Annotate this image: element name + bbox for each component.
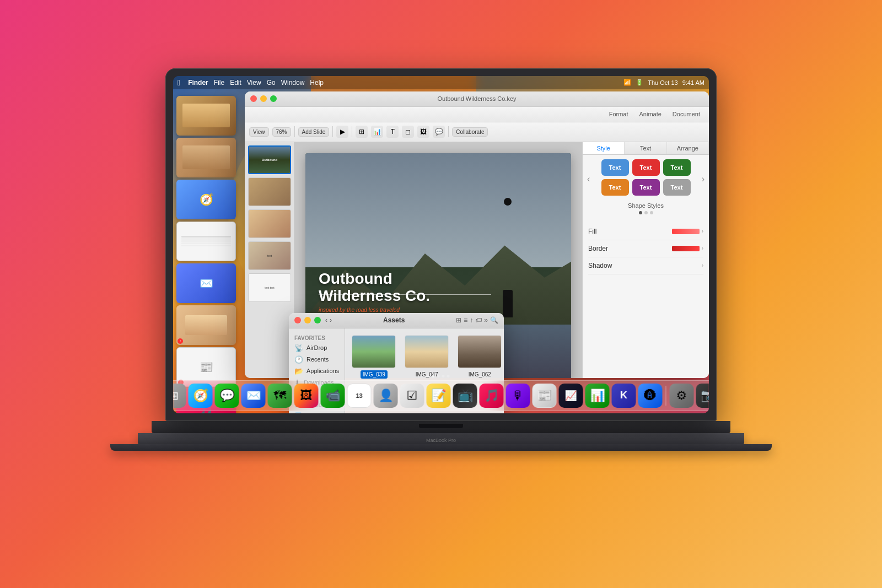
toolbar-collaborate-btn[interactable]: Collaborate — [452, 127, 488, 137]
side-thumb-4[interactable] — [176, 222, 236, 261]
slide-thumb-1[interactable]: Outbound — [248, 145, 291, 174]
go-menu[interactable]: Go — [267, 79, 276, 87]
dock-icon-facetime[interactable]: 📹 — [321, 384, 345, 408]
dock-icon-maps[interactable]: 🗺 — [268, 384, 292, 408]
dock-icon-calendar[interactable]: 13 — [347, 384, 372, 408]
dock-icon-tv[interactable]: 📺 — [453, 384, 477, 408]
help-menu[interactable]: Help — [310, 79, 324, 87]
side-thumb-2[interactable] — [176, 138, 236, 177]
dock-icon-news[interactable]: 📰 — [533, 384, 557, 408]
dock-icon-mail[interactable]: ✉️ — [241, 384, 266, 408]
toolbar-addslide-btn[interactable]: Add Slide — [298, 127, 330, 137]
slide-thumb-5[interactable]: text text — [248, 273, 291, 302]
dock-icon-appstore[interactable]: 🅐 — [638, 384, 663, 408]
dock-icon-notes[interactable]: 📝 — [427, 384, 451, 408]
dock-icon-music[interactable]: 🎵 — [480, 384, 504, 408]
toolbar-separator-4 — [448, 126, 449, 137]
finder-search-icon[interactable]: 🔍 — [490, 316, 498, 324]
minimize-button[interactable] — [260, 95, 267, 102]
style-btn-orange-text[interactable]: Text — [601, 179, 629, 196]
text-tab[interactable]: Text — [625, 142, 666, 154]
sidebar-recents[interactable]: 🕐 Recents — [289, 354, 345, 365]
dock-icon-keynote[interactable]: K — [612, 384, 636, 408]
finder-sort-icon[interactable]: ≡ — [464, 316, 467, 324]
toolbar-view-btn[interactable]: View — [249, 127, 269, 137]
maximize-button[interactable] — [270, 95, 277, 102]
finder-minimize-button[interactable] — [304, 317, 311, 323]
toolbar-text-btn[interactable]: T — [386, 126, 399, 138]
toolbar-comment-btn[interactable]: 💬 — [433, 126, 445, 138]
finder-share-icon[interactable]: ↑ — [470, 316, 473, 324]
animate-tab[interactable]: Animate — [635, 110, 666, 118]
style-btn-blue-text[interactable]: Text — [601, 159, 629, 176]
toolbar-chart-btn[interactable]: 📊 — [371, 126, 383, 138]
dock-icon-contacts[interactable]: 👤 — [374, 384, 398, 408]
finder-maximize-button[interactable] — [314, 317, 321, 323]
toolbar-media-btn[interactable]: 🖼 — [417, 126, 429, 138]
slide-thumb-4[interactable]: text — [248, 241, 291, 270]
window-menu[interactable]: Window — [281, 79, 305, 87]
recents-icon: 🕐 — [294, 355, 303, 364]
format-tab[interactable]: Format — [605, 110, 633, 118]
dock-icon-numbers[interactable]: 📊 — [585, 384, 610, 408]
style-btn-gray-text[interactable]: Text — [663, 179, 691, 196]
finder-view-icon[interactable]: ⊞ — [456, 316, 461, 324]
dock-icon-camera[interactable]: 📷 — [696, 384, 709, 408]
finder-menu-label[interactable]: Finder — [188, 79, 208, 87]
style-buttons-container: Text Text Text Text Text Text — [590, 159, 701, 199]
slide-text-overlay[interactable]: Outbound Wilderness Co. inspired by the … — [319, 271, 430, 313]
arrange-tab[interactable]: Arrange — [667, 142, 709, 154]
slide-thumb-3[interactable] — [248, 209, 291, 238]
toolbar-play-btn[interactable]: ▶ — [336, 126, 348, 138]
side-thumb-6[interactable]: ! — [176, 305, 236, 345]
style-btn-red-text[interactable]: Text — [632, 159, 660, 176]
finder-back-icon[interactable]: ‹ — [325, 316, 327, 324]
sidebar-applications[interactable]: 📂 Applications — [289, 365, 345, 377]
dock-icon-messages[interactable]: 💬 — [215, 384, 239, 408]
dock-icon-stocks[interactable]: 📈 — [559, 384, 583, 408]
shadow-chevron-icon: › — [702, 262, 703, 268]
close-button[interactable] — [250, 95, 257, 102]
side-thumb-6-content — [176, 305, 236, 345]
menu-battery-icon: 🔋 — [636, 79, 643, 86]
maps-dock-icon: 🗺 — [274, 389, 286, 403]
toolbar-shape-btn[interactable]: ◻ — [402, 126, 414, 138]
side-thumb-2-content — [176, 138, 236, 177]
dock-icon-safari[interactable]: 🧭 — [189, 384, 213, 408]
dock-icon-photos[interactable]: 🖼 — [294, 384, 319, 408]
file-menu[interactable]: File — [214, 79, 224, 87]
sidebar-airdrop[interactable]: 📡 AirDrop — [289, 342, 345, 354]
toolbar-table-btn[interactable]: ⊞ — [356, 126, 368, 138]
side-thumb-mail-content: ✉️ — [176, 263, 236, 303]
slide-thumb-2[interactable] — [248, 177, 291, 206]
finder-close-button[interactable] — [294, 317, 301, 323]
finder-traffic-lights — [294, 317, 321, 323]
style-btn-purple-text[interactable]: Text — [632, 179, 660, 196]
shadow-row[interactable]: Shadow › — [588, 257, 703, 274]
style-tab[interactable]: Style — [583, 142, 625, 154]
fill-row[interactable]: Fill › — [588, 223, 703, 240]
finder-more-icon[interactable]: » — [484, 316, 488, 324]
side-thumb-mail[interactable]: ✉️ — [176, 263, 236, 303]
dock-icon-launchpad[interactable]: ⊞ — [173, 384, 186, 408]
style-btn-green-text[interactable]: Text — [663, 159, 691, 176]
dock-icon-settings[interactable]: ⚙ — [670, 384, 694, 408]
slide-thumb-5-preview: text text — [249, 274, 291, 301]
side-thumb-1-content — [176, 96, 236, 136]
side-thumb-safari[interactable]: 🧭 — [176, 180, 236, 219]
style-next-arrow[interactable]: › — [702, 174, 704, 184]
border-row[interactable]: Border › — [588, 240, 703, 257]
toolbar-zoom-btn[interactable]: 76% — [272, 127, 291, 137]
dock-icon-podcasts[interactable]: 🎙 — [506, 384, 530, 408]
edit-menu[interactable]: Edit — [230, 79, 241, 87]
side-thumb-1[interactable] — [176, 96, 236, 136]
dock-icon-reminders[interactable]: ☑ — [400, 384, 424, 408]
document-tab[interactable]: Document — [668, 110, 704, 118]
shape-styles-label: Shape Styles — [587, 202, 704, 209]
finder-tag-icon[interactable]: 🏷 — [475, 316, 482, 324]
finder-forward-icon[interactable]: › — [330, 316, 332, 324]
view-menu[interactable]: View — [247, 79, 261, 87]
menubar:  Finder File Edit View Go Window Help 📶… — [173, 76, 709, 89]
news-dock-icon: 📰 — [537, 389, 552, 403]
apple-logo-icon[interactable]:  — [178, 78, 180, 87]
